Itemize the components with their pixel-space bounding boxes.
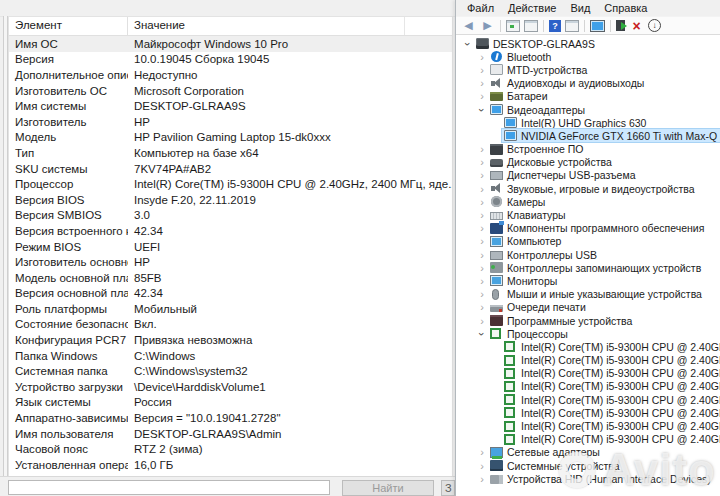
table-row[interactable]: Имя системыDESKTOP-GLRAA9S [9, 98, 452, 114]
table-row[interactable]: Системная папкаC:\Windows\system32 [9, 363, 452, 379]
tree-item[interactable]: Контроллеры USB [488, 248, 599, 261]
table-row[interactable]: Аппаратно-зависимы...Версия = "10.0.1904… [9, 410, 452, 426]
chevron-right-icon[interactable]: › [476, 91, 488, 101]
tree-item[interactable]: Дисковые устройства [488, 156, 614, 169]
tree-item[interactable]: Intel(R) Core(TM) i5-9300H CPU @ 2.40GHz [502, 406, 720, 419]
table-row[interactable]: МодельHP Pavilion Gaming Laptop 15-dk0xx… [9, 130, 452, 146]
table-row[interactable]: Версия встроенного к...42.34 [9, 223, 452, 239]
tree-item[interactable]: Программные устройства [488, 314, 634, 327]
tree-item[interactable]: Диспетчеры USB-разъема [488, 169, 638, 182]
tree-item[interactable]: NVIDIA GeForce GTX 1660 Ti with Max-Q De… [502, 129, 720, 142]
tree-item[interactable]: Intel(R) Core(TM) i5-9300H CPU @ 2.40GHz [502, 420, 720, 433]
disable-device-icon[interactable]: ↓ [648, 19, 661, 32]
table-row[interactable]: SKU системы7KV74PA#AB2 [9, 161, 452, 177]
uninstall-device-icon[interactable]: × [629, 19, 644, 33]
table-row[interactable]: Изготовитель ОСMicrosoft Corporation [9, 83, 452, 99]
table-row[interactable]: ИзготовительHP [9, 114, 452, 130]
chevron-right-icon[interactable]: › [476, 52, 488, 62]
find-button[interactable]: Найти [342, 480, 434, 496]
table-row[interactable]: Состояние безопасно...Вкл. [9, 317, 452, 333]
tree-item[interactable]: Intel(R) Core(TM) i5-9300H CPU @ 2.40GHz [502, 340, 720, 353]
tree-item[interactable]: Встроенное ПО [488, 143, 586, 156]
chevron-right-icon[interactable]: › [476, 144, 488, 154]
tree-item[interactable]: Intel(R) UHD Graphics 630 [502, 116, 648, 129]
table-row[interactable]: Устройство загрузки\Device\HarddiskVolum… [9, 379, 452, 395]
tree-item[interactable]: Системные устройства [488, 459, 622, 472]
menu-item[interactable]: Вид [563, 1, 597, 15]
chevron-right-icon[interactable]: › [476, 302, 488, 312]
scan-hardware-changes-icon[interactable] [590, 20, 605, 32]
table-row[interactable]: Установленная операт...16,0 ГБ [9, 457, 452, 473]
chevron-right-icon[interactable]: › [476, 263, 488, 273]
tree-item[interactable]: Intel(R) Core(TM) i5-9300H CPU @ 2.40GHz [502, 354, 720, 367]
help-icon[interactable]: ? [549, 20, 561, 32]
table-row[interactable]: Имя пользователяDESKTOP-GLRAA9S\Admin [9, 426, 452, 442]
show-console-tree-icon[interactable] [506, 20, 520, 32]
tree-item[interactable]: Аудиовходы и аудиовыходы [488, 77, 646, 90]
tree-item[interactable]: Компьютер [488, 235, 563, 248]
table-row[interactable]: Версия основной платы42.34 [9, 286, 452, 302]
chevron-right-icon[interactable]: › [476, 447, 488, 457]
chevron-right-icon[interactable]: › [476, 170, 488, 180]
window-icon[interactable] [565, 20, 579, 32]
chevron-down-icon[interactable]: › [477, 328, 487, 340]
table-row[interactable]: Изготовитель основно...HP [9, 254, 452, 270]
chevron-right-icon[interactable]: › [476, 65, 488, 75]
chevron-right-icon[interactable]: › [476, 474, 488, 484]
table-row[interactable]: ПроцессорIntel(R) Core(TM) i5-9300H CPU … [9, 176, 452, 192]
tree-item[interactable]: Очереди печати [488, 301, 588, 314]
column-header-value[interactable]: Значение [128, 17, 405, 35]
table-row[interactable]: ТипКомпьютер на базе x64 [9, 145, 452, 161]
tree-item[interactable]: Intel(R) Core(TM) i5-9300H CPU @ 2.40GHz [502, 433, 720, 446]
table-row[interactable]: Режим BIOSUEFI [9, 239, 452, 255]
table-row[interactable]: Роль платформыМобильный [9, 301, 452, 317]
chevron-right-icon[interactable]: › [476, 316, 488, 326]
chevron-right-icon[interactable]: › [476, 78, 488, 88]
tree-item[interactable]: MTD-устройства [488, 63, 589, 76]
tree-item[interactable]: Батареи [488, 90, 550, 103]
tree-item[interactable]: Звуковые, игровые и видеоустройства [488, 182, 697, 195]
column-header-element[interactable]: Элемент [9, 17, 128, 35]
table-row[interactable]: Дополнительное опис...Недоступно [9, 67, 452, 83]
tree-item[interactable]: Видеоадаптеры [488, 103, 587, 116]
chevron-right-icon[interactable]: › [476, 250, 488, 260]
table-row[interactable]: Модель основной пла...85FB [9, 270, 452, 286]
chevron-right-icon[interactable]: › [476, 157, 488, 167]
tree-item[interactable]: Intel(R) Core(TM) i5-9300H CPU @ 2.40GHz [502, 380, 720, 393]
tree-item[interactable]: Сетевые адаптеры [488, 446, 602, 459]
table-row[interactable]: Язык системыРоссия [9, 395, 452, 411]
chevron-right-icon[interactable]: › [476, 184, 488, 194]
table-row[interactable]: Версия SMBIOS3.0 [9, 208, 452, 224]
tree-item[interactable]: Мониторы [488, 274, 559, 287]
table-row[interactable]: Имя ОСМайкрософт Windows 10 Pro [9, 36, 452, 52]
properties-icon[interactable] [524, 20, 538, 32]
tree-item[interactable]: Intel(R) Core(TM) i5-9300H CPU @ 2.40GHz [502, 367, 720, 380]
back-icon[interactable]: ◀ [461, 19, 476, 33]
tree-item[interactable]: Устройства HID (Human Interface Devices) [488, 472, 713, 485]
table-row[interactable]: Папка WindowsC:\Windows [9, 348, 452, 364]
chevron-right-icon[interactable]: › [476, 289, 488, 299]
table-row[interactable]: Версия10.0.19045 Сборка 19045 [9, 52, 452, 68]
tree-item[interactable]: Камеры [488, 195, 547, 208]
chevron-right-icon[interactable]: › [476, 223, 488, 233]
update-driver-icon[interactable] [616, 20, 625, 31]
chevron-down-icon[interactable]: › [463, 38, 473, 50]
tree-item[interactable]: Клавиатуры [488, 209, 568, 222]
table-row[interactable]: Конфигурация PCR7Привязка невозможна [9, 332, 452, 348]
tree-item[interactable]: Intel(R) Core(TM) i5-9300H CPU @ 2.40GHz [502, 393, 720, 406]
chevron-right-icon[interactable]: › [476, 461, 488, 471]
tree-item[interactable]: Компоненты программного обеспечения [488, 222, 706, 235]
chevron-right-icon[interactable]: › [476, 276, 488, 286]
close-search-button[interactable]: З [441, 480, 455, 496]
chevron-down-icon[interactable]: › [477, 104, 487, 116]
tree-item[interactable]: Процессоры [488, 327, 570, 340]
table-row[interactable]: Версия BIOSInsyde F.20, 22.11.2019 [9, 192, 452, 208]
chevron-right-icon[interactable]: › [476, 236, 488, 246]
chevron-right-icon[interactable]: › [476, 197, 488, 207]
search-input[interactable] [8, 480, 330, 495]
tree-item[interactable]: Мыши и иные указывающие устройства [488, 288, 704, 301]
forward-icon[interactable]: ▶ [480, 19, 495, 33]
menu-item[interactable]: Действие [501, 1, 563, 15]
menu-item[interactable]: Файл [460, 1, 501, 15]
menu-item[interactable]: Справка [597, 1, 654, 15]
